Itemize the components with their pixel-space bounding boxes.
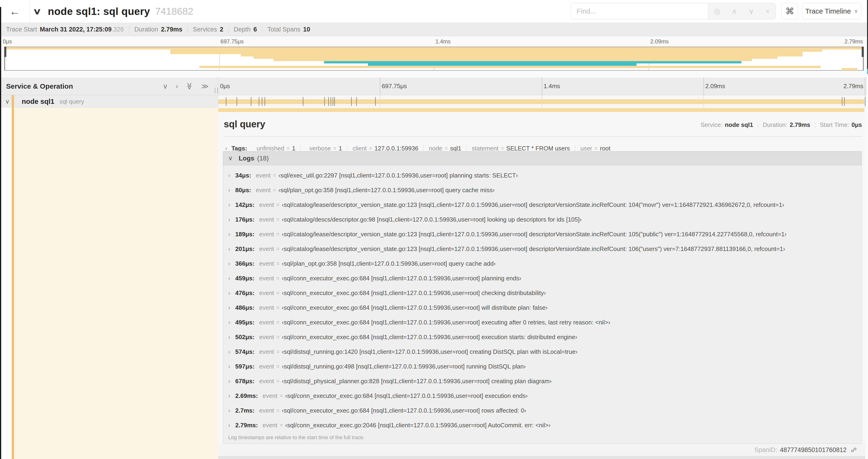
chevron-right-icon[interactable]: ›	[228, 407, 230, 414]
chevron-right-icon[interactable]: ›	[228, 231, 230, 238]
log-value: ‹sql/distsql_physical_planner.go:828 [ns…	[282, 378, 552, 385]
link-icon[interactable]	[850, 447, 857, 453]
chevron-right-icon[interactable]: ›	[228, 334, 230, 340]
chevron-right-icon[interactable]: ›	[228, 363, 230, 370]
equals-sign: =	[286, 145, 289, 152]
command-icon: ⌘	[785, 6, 794, 16]
log-row[interactable]: ›2.7ms:event=‹sql/conn_executor_exec.go:…	[223, 403, 862, 418]
log-row[interactable]: ›142μs:event=‹sql/catalog/lease/descript…	[223, 198, 862, 212]
keyboard-shortcuts-button[interactable]: ⌘	[781, 3, 798, 19]
trace-minimap[interactable]	[4, 47, 864, 71]
chevron-right-icon[interactable]: ›	[228, 260, 230, 267]
log-row[interactable]: ›476μs:event=‹sql/conn_executor_exec.go:…	[223, 286, 862, 300]
span-row[interactable]: ∨ node sql1 sql query	[0, 95, 867, 108]
log-row[interactable]: ›201μs:event=‹sql/catalog/lease/descript…	[223, 242, 862, 256]
log-row[interactable]: ›2.79ms:event=‹sql/conn_executor_exec.go…	[223, 418, 862, 433]
chevron-right-icon[interactable]: ›	[228, 201, 230, 208]
collapse-all-icon[interactable]: ≫	[186, 83, 194, 90]
log-row[interactable]: ›2.69ms:event=‹sql/conn_executor_exec.go…	[223, 389, 862, 403]
log-marker-tick	[259, 97, 259, 106]
chevron-down-icon[interactable]: ∨	[5, 98, 9, 105]
minimap-span-bar	[199, 66, 820, 68]
equals-sign: =	[333, 145, 336, 152]
log-key: event	[259, 407, 274, 414]
log-marker-tick	[356, 97, 357, 106]
log-row[interactable]: ›495μs:event=‹sql/conn_executor_exec.go:…	[223, 315, 862, 330]
tag-pair: user=root	[580, 145, 611, 152]
chevron-right-icon[interactable]: ›	[228, 245, 230, 252]
chevron-right-icon[interactable]: ›	[228, 216, 230, 223]
jaeger-trace-page: ← ∨ node sql1: sql query 7418682 ◎ ∧ ∨ ×…	[0, 0, 868, 459]
log-row[interactable]: ›80μs:event=‹sql/plan_opt.go:358 [nsql1,…	[223, 183, 862, 198]
log-value: ‹sql/conn_executor_exec.go:684 [nsql1,cl…	[282, 333, 577, 341]
trace-collapse-toggle[interactable]: ∨	[34, 0, 40, 23]
separator	[466, 145, 467, 152]
column-resizer-handle[interactable]	[215, 88, 218, 93]
back-button[interactable]: ←	[0, 0, 30, 23]
log-key: event	[259, 348, 274, 355]
log-row[interactable]: ›34μs:event=‹sql/exec_util.go:2297 [nsql…	[223, 168, 862, 183]
chevron-right-icon[interactable]: ›	[228, 349, 230, 355]
collapse-one-icon[interactable]: ∨	[163, 82, 168, 90]
log-row[interactable]: ›678μs:event=‹sql/distsql_physical_plann…	[223, 374, 862, 389]
log-value: ‹sql/conn_executor_exec.go:684 [nsql1,cl…	[282, 275, 521, 282]
chevron-right-icon[interactable]: ›	[228, 275, 230, 282]
log-row[interactable]: ›459μs:event=‹sql/conn_executor_exec.go:…	[223, 271, 862, 286]
equals-sign: =	[276, 319, 279, 326]
chevron-right-icon[interactable]: ›	[228, 378, 230, 385]
log-row[interactable]: ›502μs:event=‹sql/conn_executor_exec.go:…	[223, 330, 862, 345]
trace-info-label: Trace Start	[6, 26, 37, 33]
log-value: ‹sql/catalog/descs/descriptor.go:98 [nsq…	[282, 216, 582, 223]
tag-key: node	[429, 145, 442, 152]
log-value: ‹sql/conn_executor_exec.go:684 [nsql1,cl…	[282, 289, 546, 297]
chevron-right-icon[interactable]: ›	[228, 393, 230, 399]
span-timeline-cell[interactable]	[218, 95, 865, 108]
log-timestamp: 2.69ms:	[235, 392, 258, 399]
log-row[interactable]: ›189μs:event=‹sql/catalog/lease/descript…	[223, 227, 862, 242]
expand-one-icon[interactable]: ›	[176, 82, 178, 90]
trace-info-item: Trace StartMarch 31 2022, 17:25:09.326	[6, 26, 124, 33]
detail-meta-label: Duration:	[763, 121, 787, 129]
trace-info-item: Duration2.79ms	[134, 26, 183, 33]
trace-info-item: Depth6	[234, 26, 257, 33]
minimap-axis-labels: 0μs697.75μs1.4ms2.09ms2.79ms	[0, 37, 868, 47]
log-timestamp: 502μs:	[235, 333, 254, 341]
expand-collapse-controls: ∨ › ≫ ≫	[163, 82, 209, 90]
chevron-right-icon[interactable]: ›	[228, 422, 230, 429]
log-marker-tick	[351, 97, 352, 106]
minimap-scrubber-handle[interactable]	[4, 47, 6, 57]
span-duration-bar[interactable]	[218, 99, 864, 104]
minimap-span-bar	[842, 68, 857, 70]
find-prev-icon[interactable]: ∧	[732, 7, 737, 15]
log-row[interactable]: ›486μs:event=‹sql/conn_executor_exec.go:…	[223, 300, 862, 315]
find-controls: ◎ ∧ ∨ ×	[708, 3, 776, 19]
log-row[interactable]: ›176μs:event=‹sql/catalog/descs/descript…	[223, 212, 862, 227]
logs-header[interactable]: ∨ Logs (18)	[223, 151, 862, 165]
ruler-gridline	[704, 77, 704, 95]
log-row[interactable]: ›597μs:event=‹sql/distsql_running.go:498…	[223, 359, 862, 374]
span-operation-name: sql query	[60, 98, 84, 105]
chevron-right-icon[interactable]: ›	[228, 187, 230, 194]
find-next-icon[interactable]: ∨	[748, 7, 754, 15]
chevron-right-icon[interactable]: ›	[228, 290, 230, 296]
minimap-scrubber-handle[interactable]	[862, 47, 864, 57]
minimap-span-bar	[170, 50, 822, 52]
trace-info-value: 6	[253, 26, 257, 33]
log-row[interactable]: ›574μs:event=‹sql/distsql_running.go:142…	[223, 345, 862, 359]
chevron-right-icon[interactable]: ›	[228, 319, 230, 326]
chevron-right-icon[interactable]: ›	[228, 304, 230, 311]
minimap-axis-label: 2.79ms	[844, 38, 863, 45]
locate-icon[interactable]: ◎	[714, 7, 720, 15]
find-input[interactable]	[571, 3, 708, 19]
view-selector-button[interactable]: Trace Timeline ∨	[802, 3, 861, 19]
span-name-cell[interactable]: ∨ node sql1 sql query	[0, 95, 218, 108]
log-marker-tick	[303, 97, 303, 106]
expand-all-icon[interactable]: ≫	[202, 82, 209, 90]
log-row[interactable]: ›366μs:event=‹sql/plan_opt.go:358 [nsql1…	[223, 256, 862, 271]
log-marker-tick	[334, 97, 335, 106]
find-clear-icon[interactable]: ×	[765, 7, 770, 15]
log-timestamp: 678μs:	[235, 378, 254, 385]
chevron-right-icon[interactable]: ›	[228, 172, 230, 179]
log-key: event	[259, 304, 274, 312]
span-detail-panel: sql query Service:node sql1Duration:2.79…	[218, 108, 865, 459]
